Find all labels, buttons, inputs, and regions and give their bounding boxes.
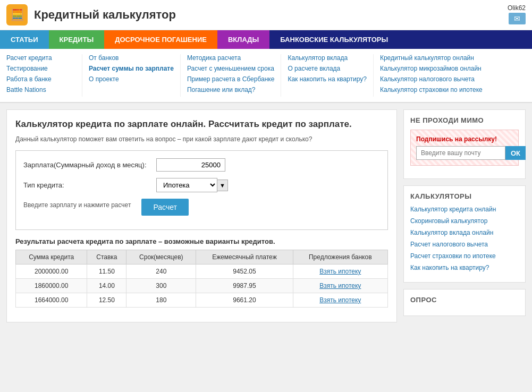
credit-type-row: Тип кредита: Ипотека ▼: [23, 178, 380, 192]
col-amount: Сумма кредита: [16, 250, 87, 265]
sidebar: НЕ ПРОХОДИ МИМО Подпишись на рассылку! О…: [403, 109, 526, 322]
newsletter-box: НЕ ПРОХОДИ МИМО Подпишись на рассылку! О…: [403, 109, 526, 179]
calculators-box: КАЛЬКУЛЯТОРЫ Калькулятор кредита онлайн …: [403, 185, 526, 283]
salary-input[interactable]: [156, 158, 225, 172]
sidebar-link-strahovka[interactable]: Расчет страховки по ипотеке: [410, 252, 519, 260]
cell-term: 180: [126, 293, 196, 308]
col-rate: Ставка: [87, 250, 126, 265]
link-metodika[interactable]: Методика расчета: [187, 54, 274, 62]
link-mikrozaim-kalk[interactable]: Калькулятор микрозаймов онлайн: [380, 65, 526, 72]
link-pogashenie-vklad[interactable]: Погашение или вклад?: [187, 86, 274, 93]
cell-bank-link[interactable]: Взять ипотеку: [293, 279, 387, 293]
cell-bank-link[interactable]: Взять ипотеку: [293, 293, 387, 308]
cell-rate: 12.50: [87, 293, 126, 308]
mail-icon[interactable]: [509, 13, 526, 24]
credit-type-select[interactable]: Ипотека: [156, 178, 217, 192]
app-title: Кредитный калькулятор: [34, 8, 176, 22]
poll-box: ОПРОС: [403, 289, 526, 316]
link-kreditny-kalk[interactable]: Кредитный калькулятор онлайн: [380, 54, 526, 62]
salary-row: Зарплата(Суммарный доход в месяц):: [23, 158, 380, 172]
salary-label: Зарплата(Суммарный доход в месяц):: [23, 161, 156, 169]
cell-amount: 1664000.00: [16, 293, 87, 308]
dropdown-arrow-icon[interactable]: ▼: [217, 180, 228, 191]
table-row: 1664000.00 12.50 180 9661.20 Взять ипоте…: [16, 293, 388, 308]
calc-title: Калькулятор кредита по зарплате онлайн. …: [15, 118, 388, 130]
nav-articles[interactable]: СТАТЬИ: [0, 30, 49, 49]
link-umenshenie-sroka[interactable]: Расчет с уменьшением срока: [187, 65, 274, 72]
nav-credits[interactable]: КРЕДИТЫ: [49, 30, 105, 49]
poll-title: ОПРОС: [410, 296, 519, 304]
cell-rate: 11.50: [87, 265, 126, 279]
main-content: Калькулятор кредита по зарплате онлайн. …: [6, 109, 397, 322]
newsletter-input[interactable]: [416, 146, 505, 160]
cell-bank-link[interactable]: Взять ипотеку: [293, 265, 387, 279]
col-payment: Ежемесячный платеж: [196, 250, 293, 265]
newsletter-button[interactable]: ОК: [505, 146, 526, 160]
link-o-proekte[interactable]: О проекте: [89, 75, 174, 83]
nav-early-payment[interactable]: ДОСРОЧНОЕ ПОГАШЕНИЕ: [104, 30, 217, 49]
cell-payment: 9452.05: [196, 265, 293, 279]
nav-bank-calculators[interactable]: БАНКОВСКИЕ КАЛЬКУЛЯТОРЫ: [269, 30, 532, 49]
results-table: Сумма кредита Ставка Срок(месяцев) Ежеме…: [15, 250, 388, 308]
results-title: Результаты расчета кредита по зарплате –…: [15, 237, 388, 245]
link-rashet-kredita[interactable]: Расчет кредита: [6, 54, 75, 62]
dropdown-col-2: От банков Расчет суммы по зарплате О про…: [82, 54, 181, 97]
username: Olik62: [508, 4, 526, 12]
cell-rate: 14.00: [87, 279, 126, 293]
link-primer-sberbank[interactable]: Пример расчета в Сбербанке: [187, 75, 274, 83]
app-icon: 🧮: [6, 4, 28, 25]
link-testirovanie[interactable]: Тестирование: [6, 65, 75, 72]
main-container: Калькулятор кредита по зарплате онлайн. …: [0, 103, 532, 329]
sidebar-link-skoring[interactable]: Скоринговый калькулятор: [410, 217, 519, 225]
newsletter-inner: Подпишись на рассылку! ОК: [410, 130, 519, 166]
calc-description: Данный калькулятор поможет вам ответить …: [15, 135, 388, 143]
calculators-title: КАЛЬКУЛЯТОРЫ: [410, 192, 519, 200]
credit-type-label: Тип кредита:: [23, 181, 156, 189]
sidebar-link-nakopit[interactable]: Как накопить на квартиру?: [410, 264, 519, 271]
dropdown-col-3: Методика расчета Расчет с уменьшением ср…: [181, 54, 281, 97]
sidebar-link-kredit-online[interactable]: Калькулятор кредита онлайн: [410, 206, 519, 213]
newsletter-row: ОК: [416, 146, 513, 160]
link-kak-nakopit[interactable]: Как накопить на квартиру?: [288, 75, 367, 83]
cell-term: 240: [126, 265, 196, 279]
main-nav: СТАТЬИ КРЕДИТЫ ДОСРОЧНОЕ ПОГАШЕНИЕ ВКЛАД…: [0, 30, 532, 49]
calc-hint: Введите зарплату и нажмите расчет: [23, 201, 131, 209]
link-battle-nations[interactable]: Battle Nations: [6, 86, 75, 93]
hint-row: Введите зарплату и нажмите расчет Расчет: [23, 199, 380, 216]
cell-amount: 1860000.00: [16, 279, 87, 293]
cell-payment: 9661.20: [196, 293, 293, 308]
cell-payment: 9987.95: [196, 279, 293, 293]
link-rashet-summy[interactable]: Расчет суммы по зарплате: [89, 65, 174, 72]
link-ot-bankov[interactable]: От банков: [89, 54, 174, 62]
credit-type-select-wrap: Ипотека ▼: [156, 178, 228, 192]
calc-form: Зарплата(Суммарный доход в месяц): Тип к…: [15, 150, 388, 230]
link-o-vklade[interactable]: О расчете вклада: [288, 65, 367, 72]
cell-term: 300: [126, 279, 196, 293]
header: 🧮 Кредитный калькулятор Olik62: [0, 0, 532, 30]
sidebar-link-nalog-vychet[interactable]: Расчет налогового вычета: [410, 241, 519, 248]
calc-button[interactable]: Расчет: [141, 199, 189, 216]
dropdown-col-4: Калькулятор вклада О расчете вклада Как …: [281, 54, 374, 97]
link-nalog-vychet[interactable]: Калькулятор налогового вычета: [380, 75, 526, 83]
col-banks: Предложения банков: [293, 250, 387, 265]
table-row: 1860000.00 14.00 300 9987.95 Взять ипоте…: [16, 279, 388, 293]
link-strahovka-kalk[interactable]: Калькулятор страховки по ипотеке: [380, 86, 526, 93]
table-row: 2000000.00 11.50 240 9452.05 Взять ипоте…: [16, 265, 388, 279]
sidebar-link-vklad-online[interactable]: Калькулятор вклада онлайн: [410, 229, 519, 236]
newsletter-section-title: НЕ ПРОХОДИ МИМО: [410, 116, 519, 124]
col-term: Срок(месяцев): [126, 250, 196, 265]
dropdown-col-5: Кредитный калькулятор онлайн Калькулятор…: [374, 54, 532, 97]
cell-amount: 2000000.00: [16, 265, 87, 279]
link-kalk-vklada[interactable]: Калькулятор вклада: [288, 54, 367, 62]
newsletter-label: Подпишись на рассылку!: [416, 135, 513, 143]
dropdown-menu: Расчет кредита Тестирование Работа в бан…: [0, 49, 532, 103]
dropdown-col-1: Расчет кредита Тестирование Работа в бан…: [0, 54, 82, 97]
nav-deposits[interactable]: ВКЛАДЫ: [217, 30, 269, 49]
link-rabota-v-banke[interactable]: Работа в банке: [6, 75, 75, 83]
table-header-row: Сумма кредита Ставка Срок(месяцев) Ежеме…: [16, 250, 388, 265]
user-area: Olik62: [508, 4, 526, 24]
